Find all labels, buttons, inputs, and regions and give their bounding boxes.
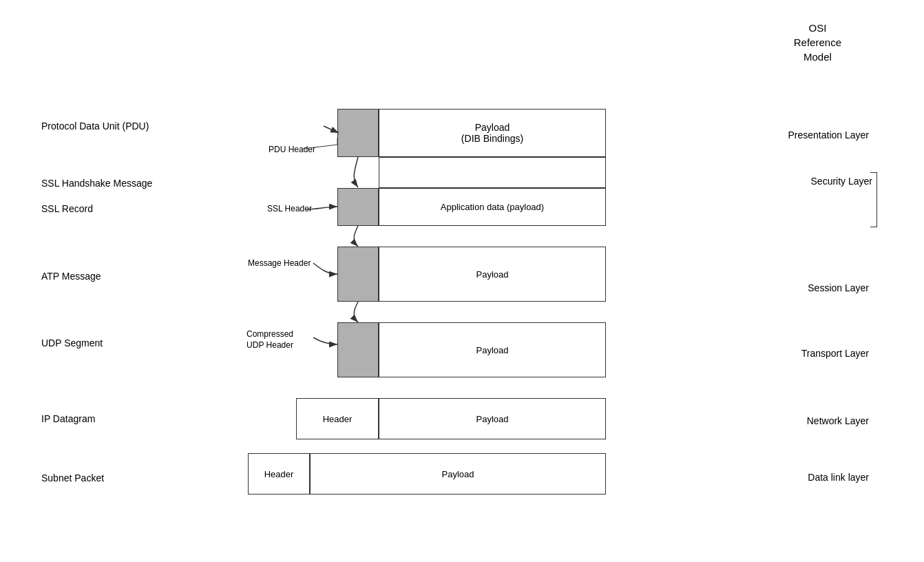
label-udp-segment: UDP Segment bbox=[41, 337, 103, 348]
osi-title-line2: Reference bbox=[794, 35, 841, 50]
label-atp-message: ATP Message bbox=[41, 271, 101, 282]
label-network: Network Layer bbox=[807, 415, 869, 426]
small-label-pdu-header: PDU Header bbox=[269, 145, 315, 154]
label-session: Session Layer bbox=[808, 282, 869, 293]
small-label-msg-header: Message Header bbox=[248, 258, 311, 268]
label-ip-datagram: IP Datagram bbox=[41, 413, 95, 424]
box-pdu-header bbox=[337, 109, 379, 157]
box-ip-header: Header bbox=[296, 398, 379, 439]
label-ssl-handshake: SSL Handshake Message bbox=[41, 178, 152, 189]
box-msg-header bbox=[337, 247, 379, 302]
osi-title-line3: Model bbox=[794, 50, 841, 64]
diagram-container: OSI Reference Model Protocol Data Unit (… bbox=[0, 0, 924, 562]
label-datalink: Data link layer bbox=[808, 472, 869, 483]
box-ssl-handshake bbox=[379, 157, 606, 188]
box-udp-payload: Payload bbox=[379, 322, 606, 377]
label-security: Security Layer bbox=[811, 176, 872, 187]
box-ip-payload: Payload bbox=[379, 398, 606, 439]
box-subnet-header: Header bbox=[248, 453, 310, 495]
osi-title-line1: OSI bbox=[794, 21, 841, 35]
label-ssl-record: SSL Record bbox=[41, 203, 93, 214]
osi-title: OSI Reference Model bbox=[794, 21, 841, 64]
box-atp-payload: Payload bbox=[379, 247, 606, 302]
small-label-udp-header: CompressedUDP Header bbox=[246, 329, 293, 351]
box-subnet-payload: Payload bbox=[310, 453, 606, 495]
security-brace bbox=[870, 172, 877, 227]
label-transport: Transport Layer bbox=[801, 348, 869, 359]
small-label-ssl-header: SSL Header bbox=[267, 204, 312, 214]
label-presentation: Presentation Layer bbox=[788, 129, 869, 140]
label-subnet-packet: Subnet Packet bbox=[41, 472, 104, 483]
label-pdu: Protocol Data Unit (PDU) bbox=[41, 121, 149, 132]
box-ssl-record-payload: Application data (payload) bbox=[379, 188, 606, 226]
box-pdu-payload: Payload(DIB Bindings) bbox=[379, 109, 606, 157]
box-udp-header bbox=[337, 322, 379, 377]
box-ssl-header bbox=[337, 188, 379, 226]
